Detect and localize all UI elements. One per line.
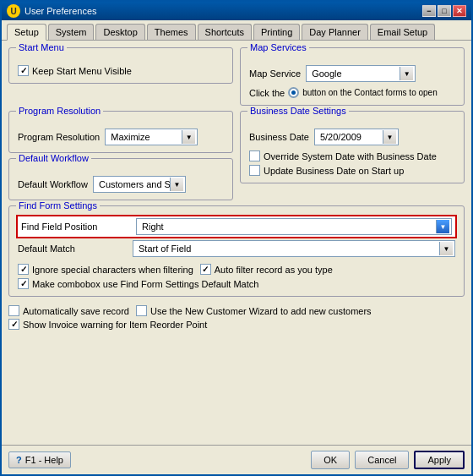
ok-button[interactable]: OK [311, 451, 350, 469]
field-position-select-wrap: Right ▼ [136, 218, 452, 235]
main-window: U User Preferences − □ ✕ Setup System De… [0, 0, 473, 476]
make-combobox-label: Make combobox use Find Form Settings Def… [32, 279, 258, 289]
auto-save-item: Automatically save record [8, 305, 129, 316]
map-service-select[interactable]: Google ▼ [306, 65, 416, 82]
auto-filter-checkbox[interactable] [200, 264, 211, 275]
prog-res-label: Program Resolution [16, 106, 103, 116]
prog-res-inner: Program Resolution Maximize ▼ [18, 129, 224, 145]
business-date-group: Business Date Settings Business Date 5/2… [240, 111, 465, 183]
find-field-position-row: Find Field Position Right ▼ [18, 216, 455, 237]
auto-save-checkbox[interactable] [8, 305, 19, 316]
map-click-row: Click the button on the Contact forms to… [249, 87, 455, 98]
footer: ? F1 - Help OK Cancel Apply [2, 445, 471, 474]
title-bar: U User Preferences − □ ✕ [2, 2, 471, 20]
program-resolution-group: Program Resolution Program Resolution Ma… [8, 111, 233, 153]
find-field-position-select[interactable]: Right ▼ [136, 218, 452, 235]
window-title: User Preferences [24, 6, 97, 16]
tab-bar: Setup System Desktop Themes Shortcuts Pr… [2, 20, 471, 41]
program-resolution-select[interactable]: Maximize ▼ [105, 129, 198, 145]
help-icon: ? [16, 455, 22, 465]
map-services-inner: Map Service Google ▼ Click the button on… [249, 65, 455, 98]
start-menu-inner: Keep Start Menu Visible [18, 65, 224, 76]
tab-desktop[interactable]: Desktop [95, 24, 144, 40]
help-label: F1 - Help [25, 455, 63, 465]
close-button[interactable]: ✕ [453, 5, 466, 17]
default-workflow-select[interactable]: Customers and Sales ▼ [93, 176, 186, 193]
show-invoice-item: Show Invoice warning for Item Reorder Po… [8, 319, 465, 330]
biz-date-arrow: ▼ [383, 130, 396, 144]
help-button[interactable]: ? F1 - Help [8, 451, 71, 468]
business-date-select[interactable]: 5/20/2009 ▼ [314, 129, 399, 145]
def-workflow-inner: Default Workflow Customers and Sales ▼ [18, 176, 224, 193]
def-workflow-arrow: ▼ [170, 178, 183, 191]
map-service-field-label: Map Service [249, 68, 301, 79]
override-row: Override System Date with Business Date [249, 150, 455, 161]
cancel-button[interactable]: Cancel [355, 451, 409, 469]
map-service-row: Map Service Google ▼ [249, 65, 455, 82]
auto-filter-label: Auto filter record as you type [215, 265, 333, 275]
tab-printing[interactable]: Printing [253, 24, 300, 40]
prog-res-arrow: ▼ [182, 130, 195, 144]
default-match-arrow: ▼ [439, 242, 453, 255]
map-services-group: Map Services Map Service Google ▼ Click … [240, 47, 465, 106]
override-checkbox[interactable] [249, 150, 260, 161]
find-checkboxes-row2: Make combobox use Find Form Settings Def… [18, 278, 455, 289]
biz-date-label: Business Date Settings [247, 106, 349, 116]
make-combobox-checkbox[interactable] [18, 278, 29, 289]
default-match-select-wrap: Start of Field ▼ [133, 240, 455, 257]
tab-shortcuts[interactable]: Shortcuts [198, 24, 252, 40]
click-text1: Click the [249, 88, 285, 98]
default-workflow-group: Default Workflow Default Workflow Custom… [8, 158, 233, 200]
tab-themes[interactable]: Themes [147, 24, 196, 40]
default-match-label: Default Match [18, 243, 128, 254]
ignore-special-checkbox[interactable] [18, 264, 29, 275]
prog-res-row: Program Resolution Maximize ▼ [18, 129, 224, 145]
col-left-top: Start Menu Keep Start Menu Visible [8, 47, 233, 106]
default-match-select[interactable]: Start of Field ▼ [133, 240, 455, 257]
map-services-label: Map Services [247, 42, 309, 52]
window-icon: U [7, 4, 20, 18]
update-checkbox[interactable] [249, 165, 260, 176]
ignore-special-item: Ignore special characters when filtering [18, 264, 193, 275]
new-customer-checkbox[interactable] [136, 305, 147, 316]
tab-day-planner[interactable]: Day Planner [302, 24, 368, 40]
row-top: Start Menu Keep Start Menu Visible Map S… [8, 47, 465, 106]
find-form-inner: Find Field Position Right ▼ Default Matc… [18, 216, 455, 289]
find-checkboxes-row1: Ignore special characters when filtering… [18, 264, 455, 275]
def-workflow-label: Default Workflow [16, 153, 91, 163]
field-pos-arrow: ▼ [436, 220, 449, 233]
restore-button[interactable]: □ [438, 5, 451, 17]
auto-save-label: Automatically save record [23, 306, 129, 316]
col-right-top: Map Services Map Service Google ▼ Click … [240, 47, 465, 106]
footer-left: ? F1 - Help [8, 451, 71, 468]
footer-buttons: OK Cancel Apply [311, 451, 465, 469]
keep-visible-label: Keep Start Menu Visible [32, 66, 132, 76]
apply-button[interactable]: Apply [414, 451, 465, 469]
def-workflow-row: Default Workflow Customers and Sales ▼ [18, 176, 224, 193]
auto-filter-item: Auto filter record as you type [200, 264, 333, 275]
bottom-checkboxes: Automatically save record Use the New Cu… [8, 305, 465, 330]
title-bar-left: U User Preferences [7, 4, 97, 18]
prog-res-field-label: Program Resolution [18, 132, 100, 142]
col-left-middle: Program Resolution Program Resolution Ma… [8, 111, 233, 200]
new-customer-label: Use the New Customer Wizard to add new c… [150, 306, 372, 316]
title-bar-buttons: − □ ✕ [422, 5, 466, 17]
tab-setup[interactable]: Setup [7, 24, 46, 41]
update-label: Update Business Date on Start up [264, 166, 404, 176]
find-form-group: Find Form Settings Find Field Position R… [8, 205, 465, 297]
field-position-label: Find Field Position [21, 222, 131, 232]
def-workflow-field-label: Default Workflow [18, 179, 88, 189]
tab-email-setup[interactable]: Email Setup [370, 24, 435, 40]
biz-date-row: Business Date 5/20/2009 ▼ [249, 129, 455, 145]
show-invoice-checkbox[interactable] [8, 319, 19, 330]
new-customer-item: Use the New Customer Wizard to add new c… [136, 305, 372, 316]
map-radio [288, 87, 299, 98]
start-menu-label: Start Menu [16, 42, 67, 52]
keep-visible-checkbox[interactable] [18, 65, 29, 76]
tab-system[interactable]: System [48, 24, 95, 40]
minimize-button[interactable]: − [422, 5, 436, 17]
row-middle: Program Resolution Program Resolution Ma… [8, 111, 465, 200]
click-text2: button on the Contact forms to open [302, 88, 438, 97]
bottom-row1: Automatically save record Use the New Cu… [8, 305, 465, 316]
keep-visible-row: Keep Start Menu Visible [18, 65, 224, 76]
